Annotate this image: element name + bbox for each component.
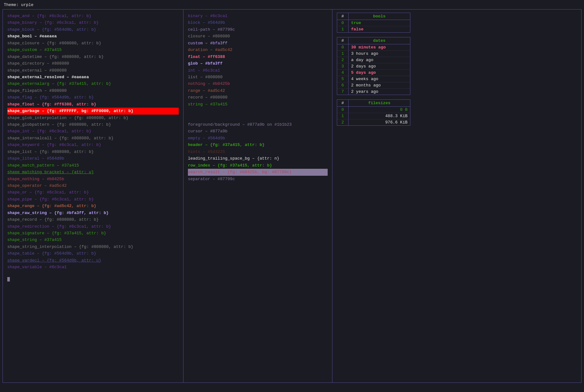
dates-idx-1: 1 [337,51,349,57]
entry-range: range – #ad5c42 [188,87,328,94]
bools-row-1: 1 false [337,26,410,32]
bools-val-0: true [349,20,410,26]
dates-row-0: 0 30 minutes ago [337,44,410,51]
entry-empty: empty – #564d9b [188,135,328,142]
entry-record: record – #808080 [188,94,328,101]
entry-shape_datetime: shape_datetime – {fg: #808080, attr: b} [7,54,179,60]
entry-float: float – #ff6388 [188,54,328,60]
dates-row-7: 7 2 years ago [337,89,410,95]
column-preview: # bools 0 true 1 false # dates 0 30 minu… [332,9,415,383]
entry-shape_signature: shape_signature – {fg: #37a415, attr: b} [7,230,179,237]
entry-shape_binary: shape_binary – {fg: #6c3ca1, attr: b} [7,19,179,26]
bools-title: bools [349,13,410,20]
filesizes-idx-2: 2 [337,119,349,125]
filesizes-row-1: 1 488.3 KiB [337,113,410,119]
entry-row-index: row_index – {fg: #37a415, attr: b} [188,162,328,169]
entry-shape_list: shape_list – {fg: #808080, attr: b} [7,149,179,155]
entry-custom: custom – #bfa3ff [188,40,328,47]
dates-row-3: 3 2 days ago [337,63,410,70]
dates-idx-6: 6 [337,82,349,88]
entry-header: header – {fg: #37a415, attr: b} [188,142,328,148]
dates-hash-header: # [337,37,349,44]
dates-idx-2: 2 [337,57,349,63]
filesizes-row-0: 0 0 B [337,107,410,113]
entry-shape_closure: shape_closure – {fg: #808080, attr: b} [7,40,179,47]
dates-table-wrap: # dates 0 30 minutes ago 1 3 hours ago 2… [337,37,410,95]
dates-title: dates [349,37,410,44]
entry-glob: glob – #bfa3ff [188,60,328,67]
entry-shape_pipe: shape_pipe – {fg: #6c3ca1, attr: b} [7,196,179,203]
bools-table-header: # bools [337,13,410,20]
entry-shape_block: shape_block – {fg: #564d9b, attr: b} [7,26,179,33]
entry-shape_raw_string: shape_raw_string – {fg: #bfa3ff, attr: b… [7,210,179,216]
entry-string: string – #37a415 [188,101,328,108]
entry-shape_string: shape_string – #37a415 [7,237,179,243]
filesizes-table-wrap: # filesizes 0 0 B 1 488.3 KiB 2 976.6 Ki… [337,99,410,126]
dates-idx-7: 7 [337,89,349,95]
filesizes-title: filesizes [349,100,410,106]
filesizes-val-0: 0 B [349,107,410,113]
bools-table-wrap: # bools 0 true 1 false [337,13,410,33]
dates-val-3: 2 days ago [349,63,410,69]
dates-row-2: 2 a day ago [337,57,410,63]
entry-shape_matching_brackets: shape_matching_brackets – {attr: u} [7,169,179,175]
dates-idx-4: 4 [337,70,349,76]
bools-row-0: 0 true [337,20,410,26]
entry-shape_keyword: shape_keyword – {fg: #6c3ca1, attr: b} [7,142,179,148]
entry-shape_and: shape_and – {fg: #6c3ca1, attr: b} [7,13,179,19]
entry-hints: hints – #5d3225 [188,149,328,155]
main-container: shape_and – {fg: #6c3ca1, attr: b} shape… [3,9,581,383]
entry-shape_bool: shape_bool – #eaeaea [7,33,179,40]
bools-val-1: false [349,26,410,32]
dates-row-5: 5 4 weeks ago [337,76,410,82]
entry-shape_garbage: shape_garbage – {fg: #FFFFFF, bg: #FF000… [7,108,179,114]
dates-idx-3: 3 [337,63,349,69]
entry-shape_externalarg: shape_externalarg – {fg: #37a415, attr: … [7,80,179,87]
dates-val-0: 30 minutes ago [349,44,410,50]
dates-val-5: 4 weeks ago [349,76,410,82]
entry-closure: closure – #808080 [188,33,328,40]
filesizes-val-2: 976.6 KiB [349,119,410,125]
entry-leading-trailing: leading_trailing_space_bg – {attr: n} [188,155,328,162]
dates-row-1: 1 3 hours ago [337,51,410,57]
entry-cursor: cursor – #877a9b [188,128,328,135]
dates-table-header: # dates [337,37,410,44]
filesizes-row-2: 2 976.6 KiB [337,119,410,125]
entry-int: int – #6c3ca1 [188,67,328,74]
entry-shape_string_interpolation: shape_string_interpolation – {fg: #80808… [7,243,179,250]
entry-shape_table: shape_table – {fg: #564d9b, attr: b} [7,250,179,257]
entry-shape_or: shape_or – {fg: #6c3ca1, attr: b} [7,189,179,196]
entry-foreground-background: foreground/background – #877a9b on #1b1b… [188,121,328,128]
column-shapes: shape_and – {fg: #6c3ca1, attr: b} shape… [3,9,183,383]
entry-shape_filepath: shape_filepath – #808080 [7,87,179,94]
bools-idx-1: 1 [337,26,349,32]
entry-shape_nothing: shape_nothing – #b0425b [7,176,179,182]
column-types-ui: binary – #6c3ca1 block – #564d9b cell-pa… [183,9,332,383]
entry-search-result: search_result – {fg: #b0425b, bg: #87799… [188,169,328,175]
entry-shape_flag: shape_flag – {fg: #564d9b, attr: b} [7,94,179,101]
entry-duration: duration – #ad5c42 [188,47,328,53]
dates-val-6: 2 months ago [349,82,410,88]
entry-block: block – #564d9b [188,19,328,26]
entry-shape_operator: shape_operator – #ad5c42 [7,182,179,189]
dates-row-4: 4 5 days ago [337,70,410,76]
filesizes-val-1: 488.3 KiB [349,113,410,119]
entry-shape_float: shape_float – {fg: #ff6388, attr: b} [7,101,179,108]
entry-list: list – #808080 [188,74,328,80]
entry-shape_variable: shape_variable – #6c3ca1 [7,264,179,270]
bools-hash-header: # [337,13,349,20]
dates-idx-0: 0 [337,44,349,50]
entry-nothing: nothing – #b0425b [188,80,328,87]
entry-shape_record: shape_record – {fg: #808080, attr: b} [7,216,179,223]
dates-idx-5: 5 [337,76,349,82]
entry-shape_external_resolved: shape_external_resolved – #eaeaea [7,74,179,80]
entry-shape_directory: shape_directory – #808080 [7,60,179,67]
dates-row-6: 6 2 months ago [337,82,410,89]
entry-shape_vardecl: shape_vardecl – {fg: #564d9b, attr: u} [7,257,179,264]
entry-separator: separator – #87799c [188,176,328,182]
entry-binary: binary – #6c3ca1 [188,13,328,19]
entry-shape_match_pattern: shape_match_pattern – #37a415 [7,162,179,169]
theme-title: Theme: urple [3,3,581,7]
dates-val-1: 3 hours ago [349,51,410,57]
entry-shape_redirection: shape_redirection – {fg: #6c3ca1, attr: … [7,223,179,230]
